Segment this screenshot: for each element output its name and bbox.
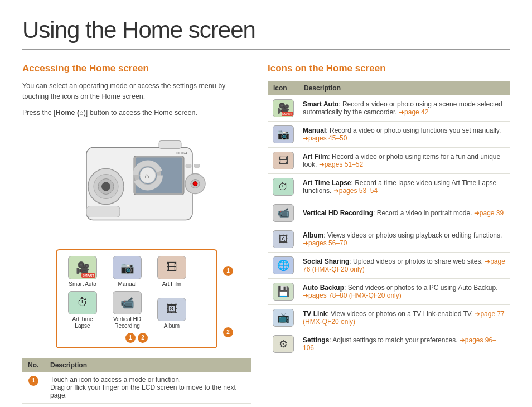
page-indicator-1: 1 (125, 333, 136, 343)
homescreen-diagram: 🎥 SMART Smart Auto 📷 Manual (56, 249, 217, 348)
icon-manual: 📷 Manual (107, 256, 147, 288)
tv-link-ref: ➜page 77 (HMX-QF20 only) (303, 310, 505, 326)
smart-auto-ref: ➜page 42 (399, 108, 428, 116)
art-time-lapse-emoji: ⏱ (77, 296, 88, 309)
vertical-hd-icon-cell: 📹 (268, 200, 298, 226)
left-section-desc: You can select an operating mode or acce… (22, 81, 251, 102)
auto-backup-ref: ➜pages 78–80 (HMX-QF20 only) (303, 292, 402, 299)
art-film-thumb: 🎞 (273, 152, 294, 169)
social-sharing-desc: Social Sharing: Upload videos or photos … (298, 253, 510, 279)
vertical-hd-icon-box: 📹 (113, 291, 142, 314)
album-ref: ➜pages 56–70 (303, 239, 347, 247)
settings-icon-cell: ⚙ (268, 331, 298, 357)
art-time-lapse-desc: Art Time Lapse: Record a time lapse vide… (298, 174, 510, 200)
smart-auto-icon-box: 🎥 SMART (68, 256, 97, 279)
tv-link-thumb: 📺 (273, 309, 294, 327)
callout-2: 2 (223, 327, 233, 337)
settings-thumb: ⚙ (273, 335, 294, 353)
svg-text:⌂: ⌂ (144, 171, 149, 180)
smart-auto-emoji: 🎥 (76, 261, 90, 274)
manual-desc: Manual: Record a video or photo using fu… (298, 122, 510, 148)
social-sharing-thumb: 🌐 (273, 256, 294, 274)
svg-point-4 (101, 182, 110, 191)
art-time-lapse-icon-cell: ⏱ (268, 174, 298, 200)
icon-album: 🖼 Album (152, 298, 192, 330)
smart-auto-icon-cell: 🎥SMART (268, 95, 298, 122)
smart-badge: SMART (81, 273, 95, 278)
manual-thumb: 📷 (273, 125, 294, 143)
album-emoji: 🖼 (166, 303, 177, 316)
left-section-title: Accessing the Home screen (22, 63, 251, 74)
vertical-hd-emoji: 📹 (120, 296, 134, 309)
auto-backup-desc: Auto Backup: Send videos or photos to a … (298, 279, 510, 305)
press-instruction: Press the [Home (⌂)] button to access th… (22, 109, 251, 117)
art-film-emoji: 🎞 (166, 261, 177, 274)
social-sharing-icon-cell: 🌐 (268, 253, 298, 279)
art-film-desc: Art Film: Record a video or photo using … (298, 148, 510, 174)
row2-desc: The number of the current page (1, 2) (45, 403, 251, 407)
icon-art-time-lapse: ⏱ Art TimeLapse (62, 291, 103, 330)
tv-link-bold: TV Link (303, 310, 327, 318)
table-row: 📺 TV Link: View videos or photos on a TV… (268, 305, 510, 331)
desc-table-header-desc: Description (45, 358, 251, 372)
homescreen-diagram-wrapper: 🎥 SMART Smart Auto 📷 Manual (50, 249, 223, 348)
table-row: 📹 Vertical HD Recording: Record a video … (268, 200, 510, 226)
icon-smart-auto: 🎥 SMART Smart Auto (62, 256, 103, 288)
icon-vertical-hd: 📹 Vertical HDRecording (107, 291, 147, 330)
art-time-lapse-thumb: ⏱ (273, 178, 294, 196)
page-indicators: 1 2 (62, 333, 211, 343)
smart-auto-desc: Smart Auto: Record a video or photo usin… (298, 95, 510, 122)
album-thumb: 🖼 (273, 230, 294, 248)
camera-illustration: ⌂ DCIN4 (50, 127, 223, 238)
vertical-hd-ref: ➜page 39 (474, 209, 504, 217)
right-column: Icons on the Home screen Icon Descriptio… (268, 63, 510, 407)
table-row: ⏱ Art Time Lapse: Record a time lapse vi… (268, 174, 510, 200)
row1-num: 1 (22, 372, 45, 404)
svg-rect-16 (159, 140, 181, 148)
album-desc: Album: Views videos or photos using play… (298, 226, 510, 253)
row2-num: 2 (22, 403, 45, 407)
callout-1: 1 (223, 266, 233, 276)
row1-desc: Touch an icon to access a mode or functi… (45, 372, 251, 404)
art-film-label: Art Film (162, 281, 181, 288)
table-row: 📷 Manual: Record a video or photo using … (268, 122, 510, 148)
auto-backup-icon-cell: 💾 (268, 279, 298, 305)
art-time-lapse-ref: ➜pages 53–54 (333, 187, 378, 195)
callout-circle-2: 2 (223, 327, 233, 337)
svg-rect-17 (86, 206, 120, 217)
right-section-title: Icons on the Home screen (268, 63, 510, 74)
tv-link-icon-cell: 📺 (268, 305, 298, 331)
album-label: Album (164, 323, 180, 330)
page-title: Using the Home screen (22, 17, 510, 43)
num-circle-1: 1 (28, 376, 38, 386)
manual-icon-cell: 📷 (268, 122, 298, 148)
social-sharing-bold: Social Sharing (303, 258, 349, 265)
callout-circle-1: 1 (223, 266, 233, 276)
table-row: 🖼 Album: Views videos or photos using pl… (268, 226, 510, 253)
table-row: ⚙ Settings: Adjust settings to match you… (268, 331, 510, 357)
smart-auto-bold: Smart Auto (303, 100, 338, 108)
album-icon-cell: 🖼 (268, 226, 298, 253)
art-film-icon-cell: 🎞 (268, 148, 298, 174)
icon-art-film: 🎞 Art Film (152, 256, 192, 288)
page: Using the Home screen Accessing the Home… (0, 0, 532, 407)
smart-auto-thumb: 🎥SMART (273, 99, 294, 117)
art-film-icon-box: 🎞 (157, 256, 186, 279)
manual-icon-box: 📷 (113, 256, 142, 279)
auto-backup-bold: Auto Backup (303, 284, 344, 292)
home-bold: Home (⌂ (56, 109, 84, 117)
vertical-hd-label: Vertical HDRecording (113, 316, 141, 330)
art-time-lapse-icon-box: ⏱ (68, 291, 97, 314)
settings-bold: Settings (303, 336, 329, 344)
icon-row-1: 🎥 SMART Smart Auto 📷 Manual (62, 256, 211, 288)
art-film-bold: Art Film (303, 153, 328, 161)
desc-table-header-no: No. (22, 358, 45, 372)
description-table: No. Description 1 Touch an icon to acces… (22, 358, 251, 408)
page-indicator-2: 2 (138, 333, 148, 343)
smart-badge-small: SMART (282, 112, 292, 116)
vertical-hd-thumb: 📹 (273, 204, 294, 222)
svg-rect-14 (186, 164, 191, 167)
manual-label: Manual (118, 281, 137, 288)
left-column: Accessing the Home screen You can select… (22, 63, 251, 407)
settings-desc: Settings: Adjust settings to match your … (298, 331, 510, 357)
